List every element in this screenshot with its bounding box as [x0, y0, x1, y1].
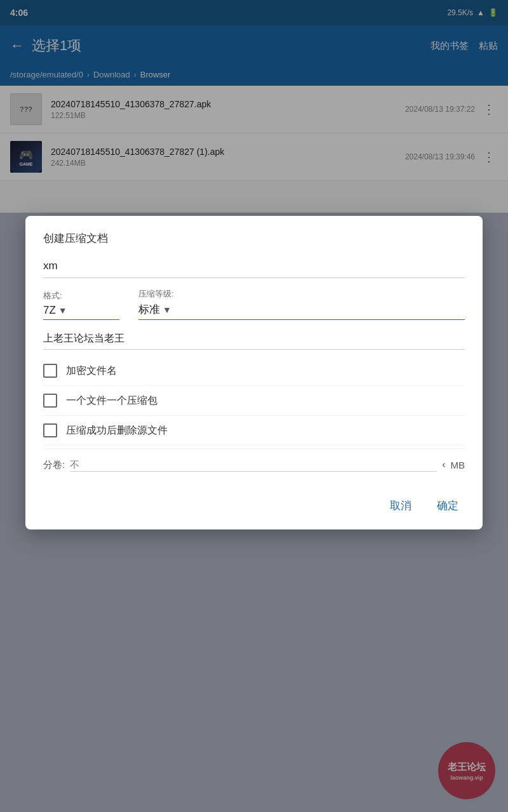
one-file-per-archive-row: 一个文件一个压缩包	[43, 386, 465, 416]
modal-overlay: 创建压缩文档 格式: 7Z ▼ 压缩等级: 标准 ▼	[0, 0, 508, 812]
create-archive-dialog: 创建压缩文档 格式: 7Z ▼ 压缩等级: 标准 ▼	[25, 216, 483, 529]
confirm-button[interactable]: 确定	[431, 495, 465, 517]
level-label: 压缩等级:	[138, 288, 465, 300]
password-input[interactable]	[43, 330, 465, 350]
delete-source-checkbox[interactable]	[43, 423, 57, 437]
level-section: 压缩等级: 标准 ▼	[138, 288, 465, 320]
split-input[interactable]	[70, 458, 437, 472]
format-dropdown-icon: ▼	[58, 305, 67, 316]
encrypt-filename-row: 加密文件名	[43, 356, 465, 386]
level-dropdown-icon: ▼	[163, 305, 171, 315]
split-label: 分卷:	[43, 459, 65, 471]
level-select[interactable]: 标准 ▼	[138, 302, 465, 320]
format-value: 7Z	[43, 304, 56, 317]
split-volume-row: 分卷: ‹ MB	[43, 448, 465, 477]
format-select[interactable]: 7Z ▼	[43, 304, 119, 320]
one-file-checkbox[interactable]	[43, 394, 57, 408]
format-label: 格式:	[43, 290, 119, 302]
split-arrow-icon[interactable]: ‹	[442, 459, 445, 470]
cancel-button[interactable]: 取消	[384, 495, 418, 517]
level-value: 标准	[138, 302, 160, 317]
encrypt-filename-checkbox[interactable]	[43, 364, 57, 378]
delete-source-row: 压缩成功后删除源文件	[43, 416, 465, 446]
format-section: 格式: 7Z ▼	[43, 290, 119, 320]
split-unit: MB	[451, 460, 465, 470]
encrypt-filename-label: 加密文件名	[66, 364, 117, 378]
delete-source-label: 压缩成功后删除源文件	[66, 424, 168, 437]
dialog-title: 创建压缩文档	[43, 231, 465, 246]
one-file-label: 一个文件一个压缩包	[66, 394, 157, 408]
dialog-actions: 取消 确定	[43, 489, 465, 517]
filename-input[interactable]	[43, 257, 465, 278]
